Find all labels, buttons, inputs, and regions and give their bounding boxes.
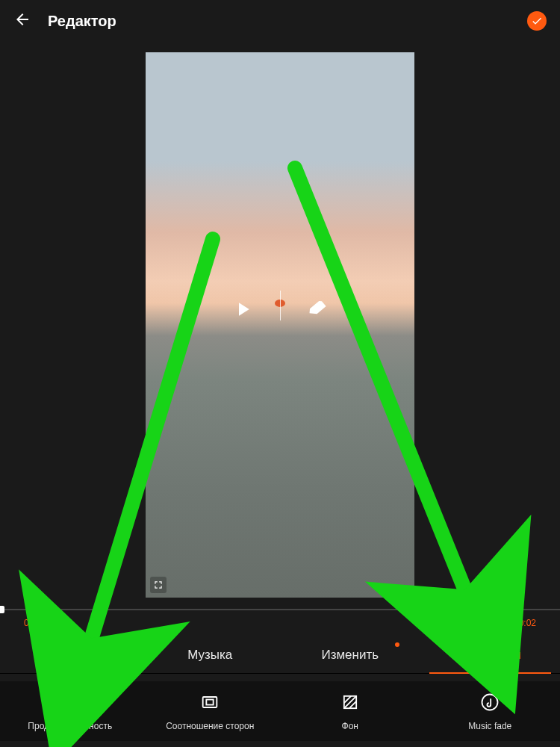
preview-area [0,52,560,605]
svg-point-4 [482,695,498,710]
option-label: Продолжительность [28,721,112,731]
aspect-ratio-icon [199,691,221,713]
eraser-icon [306,298,329,320]
timeline-handle[interactable] [0,606,4,613]
expand-button[interactable] [150,577,167,593]
timeline[interactable]: 00:00 00:02 [0,609,560,639]
done-button[interactable] [527,11,547,31]
tab-theme[interactable]: Тема [0,636,140,673]
tab-bar: Тема Музыка Изменить Настройки [0,636,560,674]
timeline-track [0,609,560,610]
option-aspect-ratio[interactable]: Соотношение сторон [140,681,281,741]
tab-music[interactable]: Музыка [140,636,281,673]
clock-icon [59,691,81,713]
settings-options: Продолжительность Соотношение сторон Фон… [0,681,560,741]
preview-controls [146,298,414,323]
check-icon [531,15,543,27]
tab-label: Музыка [187,648,232,663]
notification-dot-icon [395,642,399,647]
arrow-left-icon [13,10,31,28]
timeline-end: 00:02 [514,618,536,628]
expand-icon [153,580,164,590]
erase-button[interactable] [306,298,329,323]
tab-label: Тема [55,648,85,663]
option-duration[interactable]: Продолжительность [0,681,140,741]
hatch-icon [339,691,361,713]
tab-settings[interactable]: Настройки [420,636,561,673]
play-button[interactable] [231,298,254,323]
timeline-start: 00:00 [24,618,46,628]
svg-rect-1 [203,697,217,707]
tab-label: Изменить [321,648,379,663]
back-button[interactable] [13,10,31,31]
option-label: Music fade [468,721,511,731]
play-icon [231,298,254,320]
music-fade-icon [479,691,501,713]
video-preview[interactable] [146,52,414,598]
tab-label: Настройки [459,648,521,663]
control-divider [280,291,281,320]
option-label: Соотношение сторон [166,721,254,731]
option-music-fade[interactable]: Music fade [420,681,561,741]
option-label: Фон [342,721,358,731]
page-title: Редактор [48,13,116,30]
option-background[interactable]: Фон [280,681,420,741]
svg-rect-2 [207,700,214,705]
tab-edit[interactable]: Изменить [280,636,420,673]
header: Редактор [0,0,560,42]
